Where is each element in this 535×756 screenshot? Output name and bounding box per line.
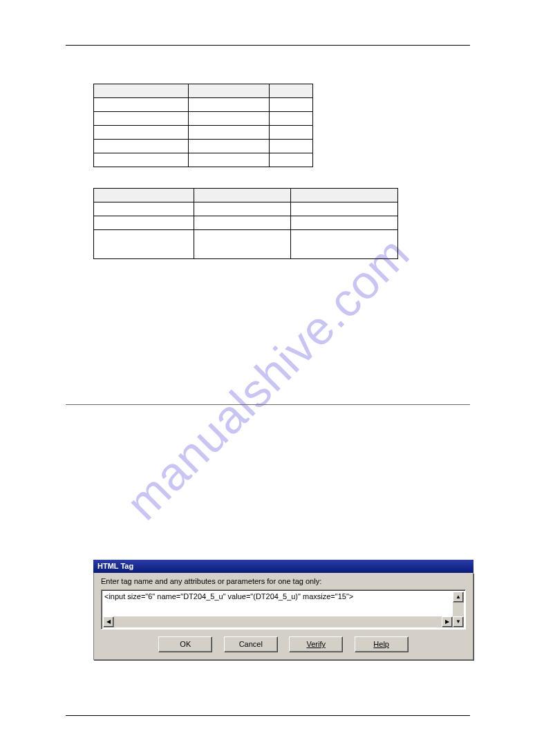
cancel-button[interactable]: Cancel bbox=[224, 636, 278, 652]
table-cell bbox=[94, 126, 189, 140]
table-1 bbox=[93, 84, 313, 167]
ok-button[interactable]: OK bbox=[158, 636, 212, 652]
page-content bbox=[66, 45, 470, 543]
verify-underline: Verify bbox=[306, 640, 326, 648]
table-cell bbox=[270, 153, 313, 167]
table-header-cell bbox=[94, 189, 194, 202]
table-cell bbox=[194, 230, 291, 259]
table-cell bbox=[94, 112, 189, 126]
rule-bottom bbox=[66, 715, 470, 716]
scrollbar-vertical[interactable]: ▲ bbox=[453, 592, 464, 616]
table-cell bbox=[270, 140, 313, 153]
table-header-cell bbox=[291, 189, 398, 202]
scroll-left-icon[interactable]: ◀ bbox=[103, 616, 114, 627]
table-cell bbox=[291, 202, 398, 216]
dialog-title-bar[interactable]: HTML Tag bbox=[93, 560, 473, 573]
scroll-down-icon[interactable]: ▼ bbox=[453, 616, 464, 627]
table-cell bbox=[94, 98, 189, 112]
table-cell bbox=[291, 216, 398, 230]
tag-input-value[interactable]: <input size="6" name="DT204_5_u" value="… bbox=[104, 592, 451, 601]
table-header-cell bbox=[194, 189, 291, 202]
table-row bbox=[94, 126, 313, 140]
rule-middle bbox=[66, 404, 470, 405]
table-cell bbox=[94, 140, 189, 153]
table-cell bbox=[94, 216, 194, 230]
table-header-cell bbox=[270, 84, 313, 98]
table-row bbox=[94, 84, 313, 98]
table-cell bbox=[194, 216, 291, 230]
table-cell bbox=[270, 126, 313, 140]
table-header-cell bbox=[189, 84, 270, 98]
table-row bbox=[94, 140, 313, 153]
table-cell bbox=[189, 140, 270, 153]
table-row bbox=[94, 216, 398, 230]
table-cell bbox=[94, 230, 194, 259]
help-button[interactable]: Help bbox=[355, 636, 409, 652]
dialog-prompt: Enter tag name and any attributes or par… bbox=[101, 577, 466, 585]
table-cell bbox=[291, 230, 398, 259]
help-underline: Help bbox=[373, 640, 389, 648]
table-cell bbox=[94, 202, 194, 216]
dialog-button-row: OK Cancel Verify Help bbox=[101, 636, 466, 652]
table-row bbox=[94, 112, 313, 126]
table-cell bbox=[94, 153, 189, 167]
scroll-up-icon[interactable]: ▲ bbox=[453, 592, 464, 603]
verify-button[interactable]: Verify bbox=[289, 636, 343, 652]
table-row bbox=[94, 153, 313, 167]
spacer bbox=[66, 419, 470, 543]
table-2 bbox=[93, 188, 398, 259]
table-cell bbox=[270, 112, 313, 126]
spacer bbox=[66, 280, 470, 384]
table-row bbox=[94, 230, 398, 259]
html-tag-dialog: HTML Tag Enter tag name and any attribut… bbox=[93, 560, 473, 660]
table-cell bbox=[194, 202, 291, 216]
scrollbar-horizontal[interactable]: ◀ ▶ bbox=[103, 616, 453, 627]
dialog-body: Enter tag name and any attributes or par… bbox=[93, 573, 473, 660]
table-cell bbox=[270, 98, 313, 112]
tag-input-area[interactable]: <input size="6" name="DT204_5_u" value="… bbox=[101, 589, 466, 630]
rule-top bbox=[66, 45, 470, 46]
scroll-right-icon[interactable]: ▶ bbox=[442, 616, 453, 627]
table-row bbox=[94, 189, 398, 202]
table-cell bbox=[189, 153, 270, 167]
table-cell bbox=[189, 98, 270, 112]
table-cell bbox=[189, 126, 270, 140]
table-row bbox=[94, 202, 398, 216]
table-header-cell bbox=[94, 84, 189, 98]
table-row bbox=[94, 98, 313, 112]
table-cell bbox=[189, 112, 270, 126]
